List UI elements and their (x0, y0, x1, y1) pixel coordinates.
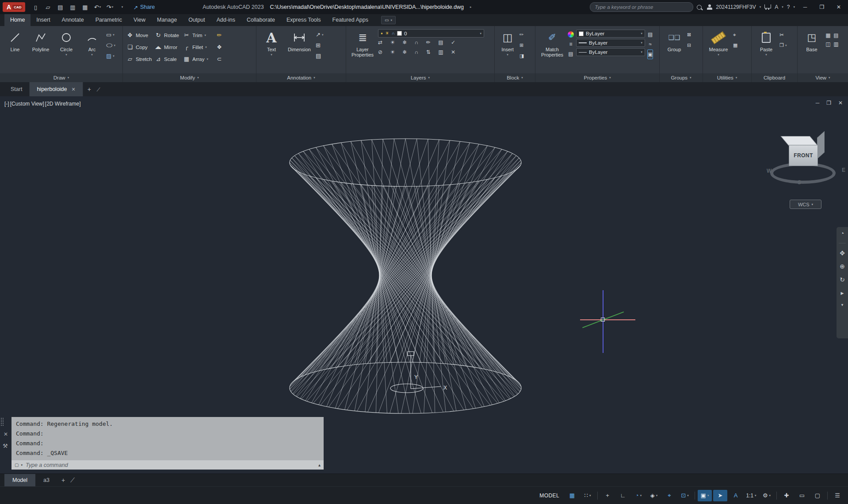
redo-button[interactable]: ↷▾ (104, 2, 115, 12)
array-button[interactable]: ▦Array▾ (183, 56, 216, 62)
save-button[interactable]: ▤ (54, 2, 66, 12)
copy-button[interactable]: ❏Copy (126, 44, 155, 50)
explode-button[interactable]: ❖ (216, 44, 227, 50)
compass-east[interactable]: E (842, 167, 845, 173)
polyline-button[interactable]: Polyline (29, 28, 52, 73)
command-prompt-icon[interactable]: ▢ (15, 462, 19, 467)
circle-button[interactable]: Circle ▾ (55, 28, 78, 73)
group-button[interactable]: ❑❑ Group (663, 28, 685, 73)
tab-featured-apps[interactable]: Featured Apps (327, 14, 374, 26)
layer-select[interactable]: ● ☀ ∩ 0 ▾ (378, 29, 484, 38)
isolate-objects-button[interactable]: ▭ (795, 490, 809, 501)
tab-insert[interactable]: Insert (31, 14, 56, 26)
tab-model[interactable]: Model (4, 474, 35, 486)
osnap-tracking-toggle[interactable]: ⌖ (662, 490, 676, 501)
title-expand-icon[interactable]: ▸ (470, 5, 472, 9)
table-button[interactable]: ⊞ (316, 41, 323, 50)
panel-label-groups[interactable]: Groups▾ (660, 73, 703, 82)
file-tab-start[interactable]: Start (4, 82, 30, 96)
text-style-button[interactable]: ▤ (316, 51, 323, 61)
search-icon[interactable] (697, 5, 702, 10)
file-tab-hiperboloide[interactable]: hiperboloide ✕ (30, 82, 83, 96)
command-history-expand-icon[interactable]: ▴ (318, 462, 321, 467)
fillet-button[interactable]: ╭Fillet▾ (183, 44, 216, 50)
tab-output[interactable]: Output (183, 14, 211, 26)
command-history[interactable]: Command: Regenerating model. Command: Co… (11, 417, 324, 460)
drawing-area[interactable]: [-] [Custom View] [2D Wireframe] ─ ❐ ✕ Y… (0, 96, 848, 474)
stretch-button[interactable]: ▱Stretch (126, 56, 155, 62)
selection-preview-toggle[interactable]: ➤ (713, 490, 727, 501)
properties-list-button[interactable]: ▤ (647, 30, 653, 39)
open-file-button[interactable]: ▱ (42, 2, 53, 12)
panel-label-draw[interactable]: Draw▾ (0, 73, 122, 82)
cart-icon[interactable] (764, 4, 771, 8)
share-button[interactable]: ↗ Share (133, 4, 155, 11)
snap-toggle[interactable]: ∷▾ (581, 490, 595, 501)
zoom-icon[interactable]: ⊕ (840, 263, 845, 270)
block-attributes-button[interactable]: ◨ (519, 51, 524, 61)
insert-block-button[interactable]: ◫ Insert ▾ (497, 28, 518, 73)
copy-clip-button[interactable]: ❐▾ (779, 41, 787, 50)
panel-label-clipboard[interactable]: Clipboard (752, 73, 797, 82)
viewcube-front-face[interactable]: FRONT (789, 145, 818, 166)
command-customize-icon[interactable]: ⚒ (3, 443, 8, 449)
autodesk-app-button[interactable]: A (775, 4, 778, 10)
line-button[interactable]: Line (4, 28, 27, 73)
join-button[interactable]: ⊂ (216, 56, 227, 62)
grid-toggle[interactable]: ▦ (565, 490, 579, 501)
rotate-button[interactable]: ↻Rotate (155, 32, 183, 38)
graphics-performance-button[interactable]: ▢ (810, 490, 825, 501)
command-drag-handle[interactable] (1, 418, 2, 419)
tab-collaborate[interactable]: Collaborate (241, 14, 281, 26)
block-edit-button[interactable]: ✏ (519, 30, 524, 39)
tray-plus-button[interactable]: ✚ (779, 490, 794, 501)
base-view-button[interactable]: ◳ Base (801, 28, 822, 73)
trim-button[interactable]: ✂Trim▾ (183, 32, 216, 38)
ellipse-button[interactable]: ◯▾ (106, 41, 115, 50)
quick-calc-button[interactable]: ▦ (733, 41, 737, 50)
close-tab-icon[interactable]: ✕ (72, 87, 76, 92)
chevron-down-icon[interactable]: ▾ (782, 5, 783, 9)
isodraft-toggle[interactable]: ◈▾ (647, 490, 661, 501)
chevron-down-icon[interactable]: ▾ (21, 463, 23, 467)
arc-button[interactable]: Arc ▾ (80, 28, 103, 73)
panel-label-block[interactable]: Block▾ (495, 73, 535, 82)
transparency-button[interactable]: ≈ (647, 40, 653, 49)
ungroup-button[interactable]: ⊠ (687, 30, 691, 39)
tab-parametric[interactable]: Parametric (90, 14, 128, 26)
orbit-icon[interactable]: ↻ (840, 276, 845, 283)
help-button[interactable]: ? (787, 4, 790, 10)
dimension-button[interactable]: Dimension (286, 28, 313, 73)
text-button[interactable]: A Text ▾ (260, 28, 283, 73)
navigation-wheel-icon[interactable]: ◔ (840, 230, 844, 237)
save-as-button[interactable]: ▥ (67, 2, 78, 12)
annotation-visibility-toggle[interactable]: A (729, 490, 743, 501)
qat-customize-button[interactable]: ▾ (116, 2, 128, 12)
match-properties-button[interactable]: ✐ Match Properties (539, 28, 565, 73)
autocad-logo[interactable]: A CAD (3, 2, 25, 12)
close-button[interactable]: ✕ (832, 1, 845, 13)
viewport-config-icon[interactable]: ▦ (825, 32, 830, 38)
viewport-join-icon[interactable]: ▥ (833, 41, 838, 47)
tab-layout-a3[interactable]: a3 (35, 474, 57, 486)
layout-overflow-icon[interactable]: ∕ (69, 474, 76, 486)
navbar-more-icon[interactable]: ▸ (840, 289, 844, 296)
plot-button[interactable]: ▦ (79, 2, 91, 12)
layer-properties-button[interactable]: ≣ Layer Properties (350, 28, 375, 73)
compass-west[interactable]: W (767, 168, 772, 174)
viewport-restore-icon[interactable]: ◫ (825, 41, 830, 47)
wcs-dropdown[interactable]: WCS ▾ (790, 200, 821, 209)
maximize-button[interactable]: ❐ (815, 1, 829, 13)
tab-annotate[interactable]: Annotate (56, 14, 90, 26)
selection-cycling-toggle[interactable]: ▣▾ (698, 490, 712, 501)
layer-tool-row[interactable]: ⊘ ☀ ❄ ∩ ⇅ ▥ ✕ (378, 47, 484, 57)
pan-icon[interactable]: ✥ (840, 250, 845, 257)
chevron-down-icon[interactable]: ▾ (841, 303, 844, 307)
minimize-button[interactable]: ─ (798, 1, 812, 13)
account-icon[interactable] (707, 4, 712, 10)
panel-label-view[interactable]: View▾ (798, 73, 848, 82)
polar-tracking-toggle[interactable]: ◔▾ (631, 490, 646, 501)
id-point-button[interactable]: ⌖ (733, 30, 737, 39)
search-input[interactable]: Type a keyword or phrase (590, 2, 693, 12)
move-button[interactable]: ✥Move (126, 32, 155, 38)
